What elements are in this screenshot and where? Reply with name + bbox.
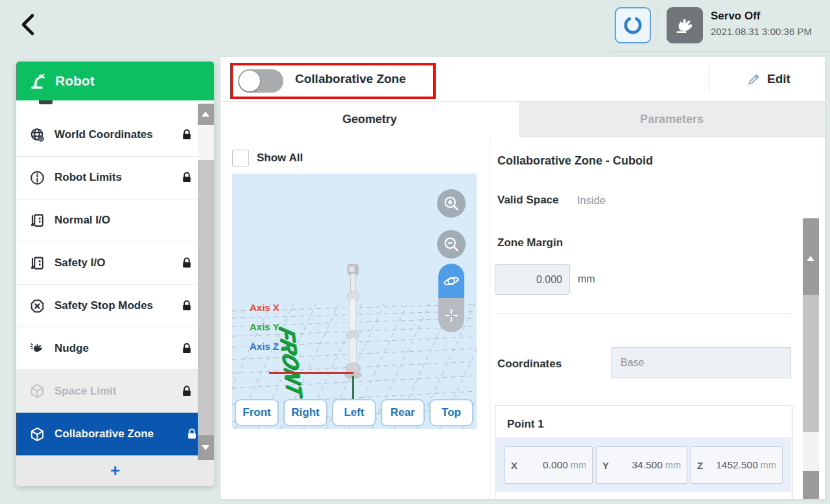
axis-unit: mm [665, 460, 681, 470]
details-scroll-up-button[interactable] [803, 218, 819, 295]
zoom-in-button[interactable] [437, 189, 466, 218]
sidebar-item-nudge[interactable]: Nudge [16, 327, 214, 370]
sidebar-item-label: World Coordinates [54, 128, 153, 141]
sidebar-title: Robot [55, 73, 95, 89]
collaborative-zone-toggle[interactable] [238, 69, 283, 93]
edit-divider [709, 65, 709, 93]
tab-parameters[interactable]: Parameters [519, 102, 825, 137]
add-zone-button[interactable]: + [16, 455, 214, 486]
sidebar-item-label: Space Limit [54, 385, 116, 398]
axis-value: 1452.500 [716, 459, 758, 471]
scrollbar-thumb[interactable] [198, 160, 214, 435]
x-axis-line [269, 372, 353, 374]
robot-3d-model [334, 264, 373, 381]
view-control-pill [438, 264, 464, 332]
tool-gripper-button[interactable] [615, 7, 651, 43]
3d-viewport[interactable]: Axis XAxis YAxis Z FRONT FrontRightLef [232, 174, 477, 429]
sidebar-item-safety-stop-modes[interactable]: Safety Stop Modes [16, 285, 214, 328]
view-button-front[interactable]: Front [235, 399, 279, 426]
zone-margin-label: Zone Margin [497, 236, 563, 249]
magnify-plus-icon [442, 194, 460, 212]
robot-settings-screen: Servo Off 2021.08.31 3:00:36 PM Robot Wo… [0, 0, 830, 504]
sidebar-item-partial [16, 100, 214, 114]
sidebar-item-space-limit[interactable]: Space Limit [16, 370, 214, 413]
tab-bar: Geometry Parameters [220, 101, 825, 137]
zoom-out-button[interactable] [437, 230, 466, 258]
sidebar-item-label: Robot Limits [54, 171, 122, 184]
lock-icon [180, 299, 193, 312]
axis-label-x: Axis X [250, 302, 279, 313]
details-scrollbar-thumb[interactable] [803, 295, 819, 432]
manual-mode-button[interactable] [667, 7, 703, 43]
sidebar-item-normal-i-o[interactable]: Normal I/O [16, 200, 214, 242]
point-fields: X 0.000 mm Y 34.500 mm Z 1452.500 mm [504, 446, 783, 484]
valid-space-label: Valid Space [497, 194, 559, 207]
view-button-left[interactable]: Left [332, 399, 376, 426]
tab-content: Show All [220, 137, 825, 499]
sidebar-header: Robot [16, 62, 214, 100]
gripper-icon [622, 15, 643, 36]
robot-sidebar: Robot World Coordinates Robot Limits Nor… [16, 62, 214, 486]
sidebar-item-label: Normal I/O [54, 214, 110, 227]
details-scrollbar-track[interactable] [803, 432, 819, 471]
coordinates-select[interactable]: Base [611, 347, 791, 378]
lock-icon [180, 385, 193, 398]
lock-icon [180, 128, 193, 141]
coordinates-label: Coordinates [497, 358, 562, 371]
sidebar-item-safety-i-o[interactable]: Safety I/O [16, 242, 214, 285]
tab-geometry[interactable]: Geometry [220, 102, 519, 137]
edit-button-label: Edit [767, 72, 790, 86]
axis-letter: Z [697, 460, 703, 471]
topbar-vertical-divider [658, 9, 658, 43]
axis-label-z: Axis Z [250, 341, 279, 352]
rotate-view-button[interactable] [438, 264, 464, 298]
sidebar-item-robot-limits[interactable]: Robot Limits [16, 157, 214, 200]
point-fields-strip: X 0.000 mm Y 34.500 mm Z 1452.500 mm [496, 437, 791, 492]
details-scroll-down-button[interactable] [803, 471, 819, 499]
sidebar-item-icon [29, 255, 45, 271]
status-timestamp: 2021.08.31 3:00:36 PM [711, 26, 812, 37]
point-field-z[interactable]: Z 1452.500 mm [691, 446, 783, 484]
servo-status: Servo Off [711, 10, 761, 23]
point-1-card: Point 1 X 0.000 mm Y 34.500 mm Z 1452.50… [495, 406, 792, 499]
zone-details-panel: Collaborative Zone - Cuboid Valid Space … [490, 137, 825, 499]
edit-button[interactable]: Edit [723, 57, 814, 101]
scroll-down-button[interactable] [198, 435, 214, 460]
robot-arm-icon [28, 71, 47, 91]
zone-margin-input[interactable]: 0.000 [495, 264, 570, 295]
sidebar-item-collaborative-zone[interactable]: Collaborative Zone [16, 413, 214, 455]
details-scrollbar[interactable] [803, 218, 819, 499]
axis-letter: Y [602, 460, 609, 471]
sidebar-item-icon [29, 127, 45, 143]
sidebar-menu: World Coordinates Robot Limits Normal I/… [16, 100, 214, 455]
sidebar-scrollbar[interactable] [198, 104, 214, 460]
sidebar-item-label: Nudge [54, 342, 89, 355]
pan-arrows-icon [443, 307, 460, 324]
sidebar-item-world-coordinates[interactable]: World Coordinates [16, 114, 214, 157]
sidebar-item-icon [29, 212, 45, 229]
lock-icon [180, 257, 193, 269]
view-button-top[interactable]: Top [429, 399, 473, 426]
point-title: Point 1 [507, 418, 544, 431]
view-button-right[interactable]: Right [283, 399, 327, 426]
axis-value: 34.500 [632, 459, 662, 471]
view-buttons-row: FrontRightLeftRearTop [235, 399, 473, 426]
view-button-rear[interactable]: Rear [381, 399, 425, 426]
show-all-checkbox[interactable] [232, 150, 249, 166]
toggle-label: Collaborative Zone [295, 57, 406, 101]
show-all-label: Show All [257, 152, 303, 165]
back-button[interactable] [14, 10, 43, 39]
scroll-up-button[interactable] [198, 104, 214, 125]
scrollbar-track[interactable] [198, 125, 214, 160]
point-field-y[interactable]: Y 34.500 mm [596, 446, 687, 484]
hand-icon [674, 14, 696, 36]
sidebar-item-label: Safety Stop Modes [54, 299, 153, 312]
section-divider [495, 313, 791, 314]
sidebar-item-icon [29, 426, 45, 442]
sidebar-item-label: Collaborative Zone [54, 428, 154, 441]
zone-margin-unit: mm [578, 273, 595, 285]
pan-view-button[interactable] [438, 298, 464, 332]
point-field-x[interactable]: X 0.000 mm [504, 446, 593, 484]
valid-space-value: Inside [577, 194, 606, 207]
lock-icon [180, 342, 193, 355]
